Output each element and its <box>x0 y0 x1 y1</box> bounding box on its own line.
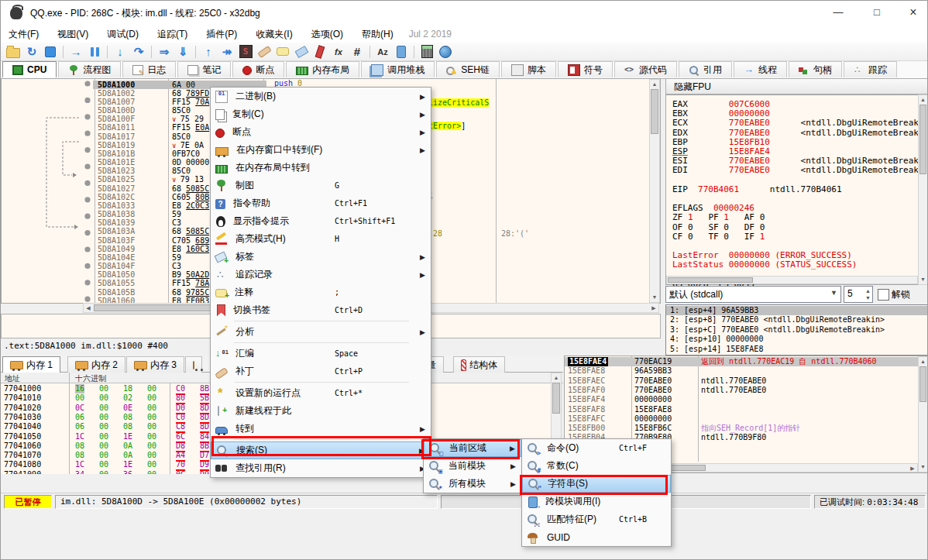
tab-symbols[interactable]: 符号 <box>558 61 613 77</box>
globe-icon[interactable] <box>437 44 454 60</box>
last-status-row[interactable]: LastStatus 00000000 (STATUS_SUCCESS) <box>672 260 857 270</box>
menu-item-comment[interactable]: 注释; <box>211 283 431 301</box>
menu-item-command[interactable]: >命令(O)Ctrl+F <box>522 439 671 457</box>
tab-breakpoints[interactable]: 断点 <box>232 61 284 77</box>
menu-favourites[interactable]: 收藏夹(I) <box>248 26 303 43</box>
address-cell[interactable]: 5D8A105B <box>98 288 135 297</box>
address-cell[interactable]: 5D8A1039 <box>98 218 135 227</box>
stack-vertical-scrollbar[interactable]: ▲▼ <box>918 356 928 472</box>
menu-item-set-new-origin[interactable]: 设置新的运行点Ctrl+* <box>211 384 431 402</box>
address-cell[interactable]: 5D8A100F <box>98 115 135 123</box>
address-cell[interactable]: 5D8A1027 <box>98 184 135 193</box>
trace-over-icon[interactable]: ⇓ <box>174 44 191 60</box>
address-cell[interactable]: 5D8A1019 <box>98 141 135 149</box>
tab-references[interactable]: 引用 <box>679 61 732 77</box>
address-cell[interactable]: 5D8A101B <box>98 149 135 158</box>
menu-item-pattern[interactable]: ::匹配特征(P)Ctrl+B <box>522 510 671 528</box>
stepper-arrows-icon[interactable]: ▲▼ <box>865 287 871 301</box>
last-error-row[interactable]: LastError 00000000 (ERROR_SUCCESS) <box>672 251 852 260</box>
execute-till-return-icon[interactable]: ↑ <box>200 44 217 60</box>
tab-trace[interactable]: 跟踪 <box>844 61 897 77</box>
address-cell[interactable]: 5D8A1049 <box>98 245 135 253</box>
trace-into-icon[interactable]: ⇒ <box>156 44 173 60</box>
registers-vertical-scrollbar[interactable]: ▲▼ <box>918 94 928 285</box>
menu-item-graph[interactable]: 制图G <box>211 177 431 194</box>
menu-item-patch[interactable]: 补丁Ctrl+P <box>211 362 431 380</box>
run-icon[interactable]: → <box>67 44 84 60</box>
pause-icon[interactable] <box>86 44 103 60</box>
run-to-user-code-icon[interactable]: ↠ <box>218 44 235 60</box>
argument-row[interactable]: 1: [esp+4] 96A59BB3 <box>666 306 928 315</box>
menu-item-trace-record[interactable]: 追踪记录▶ <box>211 266 431 283</box>
tab-handles[interactable]: 句柄 <box>789 61 842 77</box>
arguments-pane[interactable]: 1: [esp+4] 96A59BB32: [esp+8] 770EABE0 <… <box>665 304 928 356</box>
menu-item-new-thread-here[interactable]: 新建线程于此 <box>211 402 431 420</box>
tab-threads[interactable]: 线程 <box>734 61 787 77</box>
memory-tab-1[interactable]: 内存 1 <box>2 356 60 373</box>
address-cell[interactable]: 5D8A1002 <box>98 89 135 98</box>
menu-trace[interactable]: 追踪(T) <box>150 26 198 43</box>
menu-help[interactable]: 帮助(H) <box>354 26 404 43</box>
register-row-eip[interactable]: EIP 770B4061 ntdll.770B4061 <box>672 185 842 194</box>
flags-row[interactable]: OF 0 SF 0 DF 0 <box>672 223 780 232</box>
address-cell[interactable]: 5D8A1055 <box>98 279 135 287</box>
menu-item-label[interactable]: 标签▶ <box>211 248 431 266</box>
menu-item-highlight-mode[interactable]: 高亮模式(H)H <box>211 230 431 248</box>
close-button[interactable]: × <box>895 1 928 24</box>
menu-item-binary[interactable]: 01二进制(B)▶ <box>211 88 431 105</box>
address-cell[interactable]: 5D8A1017 <box>98 132 135 141</box>
argument-row[interactable]: 3: [esp+C] 770EABE0 <ntdll.DbgUiRemoteBr… <box>666 325 928 335</box>
tab-log[interactable]: 日志 <box>122 61 176 77</box>
address-cell[interactable]: 5D8A104E <box>98 253 135 262</box>
registers-pane[interactable]: EAX 007C6000EBX 00000000ECX 770EABE0 <nt… <box>665 94 928 285</box>
menu-item-guid[interactable]: GUID <box>522 528 671 546</box>
address-cell[interactable]: 5D8A1033 <box>98 201 135 210</box>
menu-item-string-references[interactable]: “字符串(S) <box>522 475 671 493</box>
hash-icon[interactable]: # <box>349 44 366 60</box>
menu-view[interactable]: 视图(V) <box>50 26 99 43</box>
tab-memory-map[interactable]: 内存布局 <box>286 61 359 77</box>
register-row[interactable]: EBX 00000000 <box>672 109 770 119</box>
address-cell[interactable]: 5D8A104F <box>98 262 135 270</box>
register-row[interactable]: EDX 770EABE0 <ntdll.DbgUiRemoteBreakin> <box>672 129 928 138</box>
register-row[interactable]: EAX 007C6000 <box>672 100 770 109</box>
eflags-row[interactable]: EFLAGS 00000246 <box>672 204 754 213</box>
az-icon[interactable]: Az <box>374 44 391 60</box>
menu-item-current-module[interactable]: ▣当前模块▶ <box>424 457 521 475</box>
menu-item-goto-memory-map[interactable]: 在内存布局中转到 <box>211 159 431 177</box>
argument-row[interactable]: 4: [esp+10] 00000000 <box>666 335 928 344</box>
stack-row[interactable]: 15E8FAE896A59BB3 <box>565 366 928 376</box>
tab-script[interactable]: 脚本 <box>501 61 556 77</box>
scylla-icon[interactable]: S <box>237 44 254 60</box>
address-cell[interactable]: 5D8A103A <box>98 227 135 235</box>
disasm-vertical-scrollbar[interactable]: ▲▼ <box>649 79 660 303</box>
menu-item-instruction-help[interactable]: ?指令帮助Ctrl+F1 <box>211 194 431 212</box>
arg-count-stepper[interactable]: 5▲▼ <box>844 286 873 303</box>
stack-row[interactable]: 15E8FAF0770EABE0ntdll.770EABE0 <box>565 386 928 395</box>
menu-item-goto[interactable]: 转到▶ <box>211 420 431 438</box>
address-cell[interactable]: 5D8A101E <box>98 158 135 167</box>
stack-row[interactable]: 15E8FAFC00000000 <box>565 414 928 424</box>
flags-row[interactable]: ZF 1 PF 1 AF 0 <box>672 213 780 222</box>
menu-item-mnemonic-brief[interactable]: 显示指令提示Ctrl+Shift+F1 <box>211 212 431 230</box>
menu-item-search[interactable]: 搜索(S)▶ <box>211 441 431 459</box>
menu-plugins[interactable]: 插件(P) <box>198 26 248 43</box>
menu-item-constant[interactable]: #常数(C) <box>522 457 671 475</box>
tab-graph[interactable]: 流程图 <box>58 61 121 77</box>
modules-icon[interactable] <box>393 44 410 60</box>
patch-icon[interactable] <box>256 44 273 60</box>
restart-icon[interactable]: ↻ <box>23 44 40 60</box>
minimize-button[interactable]: — <box>820 1 856 24</box>
step-over-icon[interactable]: ↷ <box>130 44 147 60</box>
label-icon[interactable] <box>293 44 310 60</box>
open-file-icon[interactable] <box>5 44 22 60</box>
argument-row[interactable]: 5: [esp+14] 15E8FAE8 <box>666 345 928 354</box>
address-cell[interactable]: 5D8A1023 <box>98 167 135 175</box>
address-cell[interactable]: 5D8A102C <box>98 193 135 201</box>
address-cell[interactable]: 5D8A103F <box>98 236 135 245</box>
menu-item-find-references[interactable]: 查找引用(R)▶ <box>211 459 431 477</box>
register-row[interactable]: ECX 770EABE0 <ntdll.DbgUiRemoteBreakin> <box>672 119 928 128</box>
step-into-icon[interactable]: ↓ <box>112 44 129 60</box>
menu-item-all-modules[interactable]: *所有模块▶ <box>424 475 521 493</box>
favourites-icon[interactable] <box>311 44 328 60</box>
